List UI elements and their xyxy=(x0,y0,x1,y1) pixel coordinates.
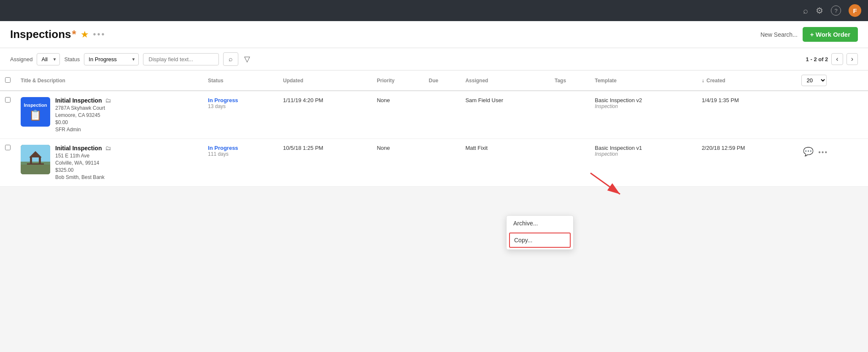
header-priority: Priority xyxy=(372,70,423,91)
avatar[interactable]: F xyxy=(849,4,861,17)
svg-rect-4 xyxy=(30,157,32,164)
display-field-input[interactable] xyxy=(143,53,219,65)
header-per-page: 20 50 100 xyxy=(796,70,868,91)
pagination-next-button[interactable]: › xyxy=(846,53,858,65)
assigned-label: Assigned xyxy=(10,56,32,62)
row2-template-name: Basic Inspection v1 xyxy=(595,145,691,151)
row1-priority: None xyxy=(372,91,423,139)
row1-status-days: 13 days xyxy=(208,103,273,109)
header-title-description: Title & Description xyxy=(16,70,203,91)
row2-tags xyxy=(550,139,590,187)
row2-folder-icon: 🗂 xyxy=(105,145,111,152)
row2-title-info: Initial Inspection 🗂 151 E 11th Ave Colv… xyxy=(55,145,111,180)
row2-owner: Bob Smith, Best Bank xyxy=(55,174,111,180)
row1-owner: SFR Admin xyxy=(55,127,111,133)
table-row: Inspection 📋 Initial Inspection 🗂 2787A … xyxy=(0,91,868,139)
inspections-table-container: Title & Description Status Updated Prior… xyxy=(0,70,868,187)
row1-folder-icon: 🗂 xyxy=(105,97,111,104)
table-row: Initial Inspection 🗂 151 E 11th Ave Colv… xyxy=(0,139,868,187)
row2-more-button[interactable]: ••• xyxy=(817,147,830,158)
sort-arrow-icon: ↓ xyxy=(702,78,704,84)
row2-status-cell: In Progress 111 days xyxy=(203,139,278,187)
header-checkbox-cell xyxy=(0,70,16,91)
header-left: Inspections* ★ ••• xyxy=(10,28,106,41)
row1-title-cell: Inspection 📋 Initial Inspection 🗂 2787A … xyxy=(16,91,203,139)
row2-created: 2/20/18 12:59 PM xyxy=(697,139,796,187)
svg-rect-6 xyxy=(27,163,44,165)
row2-checkbox-cell xyxy=(0,139,16,187)
header-right: New Search... + Work Order xyxy=(760,27,858,42)
page-header: Inspections* ★ ••• New Search... + Work … xyxy=(0,21,868,48)
row2-assigned: Matt Fixit xyxy=(460,139,550,187)
row2-actions: 💬 ••• xyxy=(796,139,868,187)
topbar: ⌕ ⚙ ? F xyxy=(0,0,868,21)
row1-thumbnail[interactable]: Inspection 📋 xyxy=(21,97,50,127)
svg-rect-7 xyxy=(21,165,50,174)
svg-rect-5 xyxy=(39,157,41,164)
status-label: Status xyxy=(64,56,80,62)
pagination-prev-button[interactable]: ‹ xyxy=(831,53,843,65)
row2-chat-button[interactable]: 💬 xyxy=(801,145,815,158)
row1-address: 2787A Skyhawk Court xyxy=(55,105,111,111)
row1-assigned: Sam Field User xyxy=(460,91,550,139)
row2-template: Basic Inspection v1 Inspection xyxy=(590,139,696,187)
row2-title[interactable]: Initial Inspection 🗂 xyxy=(55,145,111,152)
header-tags: Tags xyxy=(550,70,590,91)
filter-funnel-button[interactable]: ▽ xyxy=(243,53,252,65)
header-due: Due xyxy=(423,70,460,91)
header-status: Status xyxy=(203,70,278,91)
row2-due xyxy=(423,139,460,187)
row1-created: 1/4/19 1:35 PM xyxy=(697,91,796,139)
row1-price: $0.00 xyxy=(55,119,111,125)
row1-city: Lemoore, CA 93245 xyxy=(55,112,111,118)
row1-status-cell: In Progress 13 days xyxy=(203,91,278,139)
assigned-select[interactable]: All xyxy=(37,53,60,65)
row1-template: Basic Inspection v2 Inspection xyxy=(590,91,696,139)
more-options-dots[interactable]: ••• xyxy=(93,30,106,39)
row2-thumbnail[interactable] xyxy=(21,145,50,174)
row2-city: Colville, WA, 99114 xyxy=(55,160,111,166)
row1-status: In Progress xyxy=(208,97,273,103)
help-icon[interactable]: ? xyxy=(831,5,841,16)
row2-status: In Progress xyxy=(208,145,273,151)
assigned-select-wrapper: All xyxy=(37,53,60,65)
row1-checkbox[interactable] xyxy=(5,97,11,103)
row2-updated: 10/5/18 1:25 PM xyxy=(278,139,372,187)
filter-bar-right: 1 - 2 of 2 ‹ › xyxy=(806,53,858,65)
row2-status-days: 111 days xyxy=(208,151,273,157)
row1-template-type: Inspection xyxy=(595,103,691,109)
search-icon[interactable]: ⌕ xyxy=(803,6,808,16)
row2-address: 151 E 11th Ave xyxy=(55,153,111,159)
favorite-star-icon[interactable]: ★ xyxy=(81,29,89,40)
work-order-button[interactable]: + Work Order xyxy=(803,27,858,42)
row2-template-type: Inspection xyxy=(595,151,691,157)
row2-checkbox[interactable] xyxy=(5,145,11,150)
row1-actions xyxy=(796,91,868,139)
row1-due xyxy=(423,91,460,139)
status-select[interactable]: In Progress xyxy=(84,53,139,65)
pagination-info: 1 - 2 of 2 xyxy=(806,56,828,62)
row1-template-name: Basic Inspection v2 xyxy=(595,97,691,103)
row2-priority: None xyxy=(372,139,423,187)
gear-icon[interactable]: ⚙ xyxy=(816,5,823,16)
row1-tags xyxy=(550,91,590,139)
new-search-link[interactable]: New Search... xyxy=(760,31,798,38)
filter-bar: Assigned All Status In Progress ⌕ ▽ 1 - … xyxy=(0,48,868,70)
row1-title[interactable]: Initial Inspection 🗂 xyxy=(55,97,111,104)
select-all-checkbox[interactable] xyxy=(5,77,11,83)
row1-updated: 1/11/19 4:20 PM xyxy=(278,91,372,139)
per-page-select[interactable]: 20 50 100 xyxy=(801,75,827,86)
inspections-table: Title & Description Status Updated Prior… xyxy=(0,70,868,187)
header-created[interactable]: ↓ Created xyxy=(697,70,796,91)
header-updated: Updated xyxy=(278,70,372,91)
search-button[interactable]: ⌕ xyxy=(223,52,238,66)
status-select-wrapper: In Progress xyxy=(84,53,139,65)
row1-checkbox-cell xyxy=(0,91,16,139)
row2-title-cell: Initial Inspection 🗂 151 E 11th Ave Colv… xyxy=(16,139,203,187)
row2-price: $325.00 xyxy=(55,167,111,173)
header-assigned: Assigned xyxy=(460,70,550,91)
row1-title-info: Initial Inspection 🗂 2787A Skyhawk Court… xyxy=(55,97,111,133)
header-template: Template xyxy=(590,70,696,91)
page-title: Inspections* xyxy=(10,28,76,41)
table-header-row: Title & Description Status Updated Prior… xyxy=(0,70,868,91)
